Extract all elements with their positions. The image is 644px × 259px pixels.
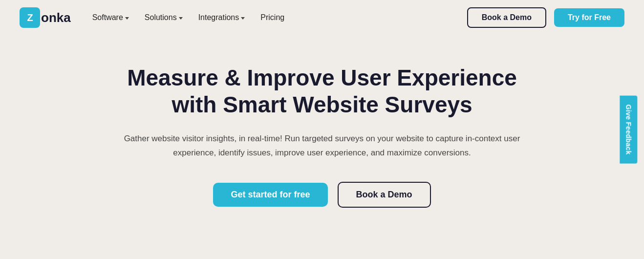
hero-subtitle: Gather website visitor insights, in real… [102, 132, 542, 160]
nav-item-integrations[interactable]: Integrations [193, 9, 251, 26]
navbar: Z onka Software Solutions Integrations P… [0, 0, 644, 35]
chevron-down-icon [179, 17, 183, 20]
nav-links: Software Solutions Integrations Pricing [86, 9, 290, 26]
book-demo-nav-button[interactable]: Book a Demo [467, 7, 546, 28]
nav-item-solutions[interactable]: Solutions [139, 9, 189, 26]
main-content: Measure & Improve User Experience with S… [0, 35, 644, 237]
chevron-down-icon [241, 17, 245, 20]
navbar-right: Book a Demo Try for Free [467, 7, 624, 28]
chevron-down-icon [125, 17, 129, 20]
book-demo-hero-button[interactable]: Book a Demo [338, 182, 431, 208]
try-free-button[interactable]: Try for Free [554, 8, 624, 27]
nav-item-software[interactable]: Software [86, 9, 135, 26]
cta-buttons: Get started for free Book a Demo [213, 182, 430, 208]
nav-item-pricing[interactable]: Pricing [255, 9, 290, 26]
logo-icon: Z [20, 7, 40, 28]
logo-text: onka [41, 10, 71, 25]
feedback-tab[interactable]: Give Feedback [620, 96, 638, 164]
hero-title: Measure & Improve User Experience with S… [122, 65, 522, 118]
get-started-button[interactable]: Get started for free [213, 183, 327, 207]
logo[interactable]: Z onka [20, 7, 71, 28]
navbar-left: Z onka Software Solutions Integrations P… [20, 7, 290, 28]
